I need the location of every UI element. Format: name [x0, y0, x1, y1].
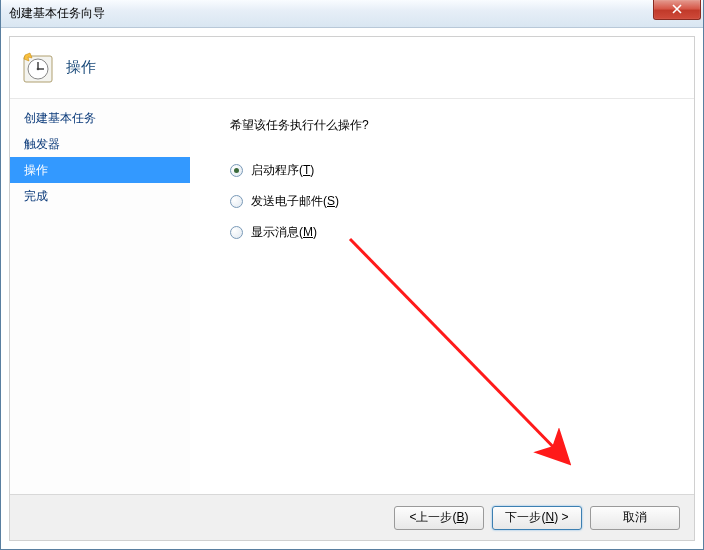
close-icon	[672, 4, 682, 14]
wizard-body: 创建基本任务 触发器 操作 完成 希望该任务执行什么操作? 启动程序(T) 发送…	[10, 99, 694, 494]
clock-icon	[22, 52, 54, 84]
sidebar-item-action[interactable]: 操作	[10, 157, 190, 183]
sidebar: 创建基本任务 触发器 操作 完成	[10, 99, 190, 494]
main-panel: 希望该任务执行什么操作? 启动程序(T) 发送电子邮件(S) 显示消息(M)	[190, 99, 694, 494]
option-label: 显示消息(M)	[251, 224, 317, 241]
option-start-program[interactable]: 启动程序(T)	[230, 162, 674, 179]
sidebar-item-finish[interactable]: 完成	[10, 183, 190, 209]
wizard-footer: <上一步(B) 下一步(N) > 取消	[10, 494, 694, 540]
next-button-label: 下一步(N) >	[505, 509, 568, 526]
window-title: 创建基本任务向导	[9, 5, 105, 22]
prompt-text: 希望该任务执行什么操作?	[230, 117, 674, 134]
arrow-annotation	[340, 229, 600, 479]
svg-point-4	[37, 67, 40, 70]
close-button[interactable]	[653, 0, 701, 20]
option-label: 启动程序(T)	[251, 162, 314, 179]
option-show-message[interactable]: 显示消息(M)	[230, 224, 674, 241]
cancel-button-label: 取消	[623, 509, 647, 526]
sidebar-item-trigger[interactable]: 触发器	[10, 131, 190, 157]
radio-icon	[230, 195, 243, 208]
radio-icon	[230, 164, 243, 177]
option-label: 发送电子邮件(S)	[251, 193, 339, 210]
wizard-header: 操作	[10, 37, 694, 99]
wizard-window: 创建基本任务向导 操作 创建基本任务 触发器 操作 完成	[0, 0, 704, 550]
option-send-email[interactable]: 发送电子邮件(S)	[230, 193, 674, 210]
wizard-inner: 操作 创建基本任务 触发器 操作 完成 希望该任务执行什么操作? 启动程序(T)…	[9, 36, 695, 541]
back-button-label: <上一步(B)	[409, 509, 468, 526]
page-title: 操作	[66, 58, 96, 77]
sidebar-item-create-task[interactable]: 创建基本任务	[10, 105, 190, 131]
radio-icon	[230, 226, 243, 239]
cancel-button[interactable]: 取消	[590, 506, 680, 530]
titlebar: 创建基本任务向导	[1, 0, 703, 28]
next-button[interactable]: 下一步(N) >	[492, 506, 582, 530]
svg-line-5	[350, 239, 565, 459]
back-button[interactable]: <上一步(B)	[394, 506, 484, 530]
